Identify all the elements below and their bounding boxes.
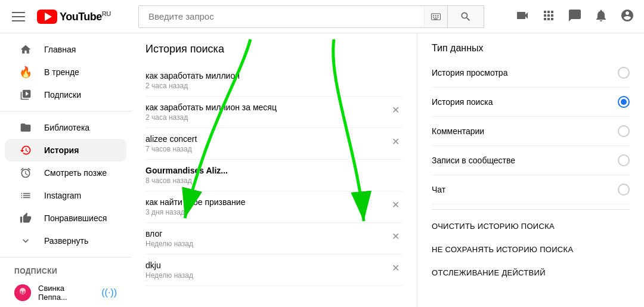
radio-button-selected[interactable] xyxy=(618,96,630,108)
svg-rect-1 xyxy=(433,15,434,16)
data-type-item-search[interactable]: История поиска xyxy=(432,88,630,117)
sidebar-item-subscriptions[interactable]: Подписки xyxy=(5,83,126,106)
chevron-down-icon xyxy=(19,234,32,247)
history-item-text: alizee concert xyxy=(145,134,197,144)
header-left: YouTubeRU xyxy=(10,10,129,24)
history-item-time: 7 часов назад xyxy=(145,145,197,153)
live-icon: ((·)) xyxy=(101,287,117,298)
search-button[interactable] xyxy=(448,5,484,28)
history-item-time: Неделю назад xyxy=(145,240,193,248)
list-icon xyxy=(19,189,32,202)
svg-rect-3 xyxy=(437,15,438,16)
hamburger-icon[interactable] xyxy=(10,10,27,24)
subscriptions-title: ПОДПИСКИ xyxy=(0,262,131,280)
sidebar-label: В тренде xyxy=(44,67,79,77)
right-panel: Тип данных История просмотра История пои… xyxy=(417,33,644,307)
yt-logo-text: YouTubeRU xyxy=(60,10,111,23)
avatar xyxy=(14,284,31,301)
svg-rect-2 xyxy=(435,15,436,16)
history-panel: История поиска как заработать миллион 2 … xyxy=(131,33,417,307)
data-type-item-watch[interactable]: История просмотра xyxy=(432,58,630,88)
history-panel-title: История поиска xyxy=(145,43,402,55)
history-item-time: Неделю назад xyxy=(145,271,193,280)
history-close-button[interactable]: ✕ xyxy=(388,197,402,212)
data-type-label: Чат xyxy=(432,185,445,194)
data-type-label: Комментарии xyxy=(432,126,484,136)
history-item-time: 2 часа назад xyxy=(145,82,240,90)
sidebar: Главная 🔥 В тренде Подписки Библиотека И… xyxy=(0,33,131,307)
history-close-button[interactable]: ✕ xyxy=(388,229,402,243)
clear-search-action[interactable]: ОЧИСТИТЬ ИСТОРИЮ ПОИСКА xyxy=(432,215,630,238)
messages-icon[interactable] xyxy=(568,8,582,24)
search-input[interactable] xyxy=(139,6,424,27)
header-actions xyxy=(515,8,634,24)
header: YouTubeRU xyxy=(0,0,644,33)
history-item-time: 8 часов назад xyxy=(145,176,228,185)
search-icon xyxy=(460,11,472,23)
sidebar-label: Главная xyxy=(44,45,76,54)
sidebar-item-instagram[interactable]: Instagram xyxy=(5,184,126,207)
search-bar xyxy=(138,5,448,28)
sidebar-label: Понравившиеся xyxy=(44,213,107,223)
yt-icon xyxy=(37,10,57,24)
youtube-logo[interactable]: YouTubeRU xyxy=(37,10,111,24)
history-close-button[interactable]: ✕ xyxy=(388,134,402,148)
sidebar-label: История xyxy=(44,145,79,155)
sidebar-sub-svinka[interactable]: Свинка Пеппа... ((·)) xyxy=(0,280,131,305)
apps-icon[interactable] xyxy=(541,8,556,24)
folder-icon xyxy=(19,121,32,134)
sidebar-item-trending[interactable]: 🔥 В тренде xyxy=(5,61,126,83)
history-item: как заработать миллион за месяц 2 часа н… xyxy=(145,97,402,128)
sidebar-item-home[interactable]: Главная xyxy=(5,38,126,61)
history-item: alizee concert 7 часов назад ✕ xyxy=(145,128,402,160)
upload-icon[interactable] xyxy=(515,8,530,24)
history-item-text: dkju xyxy=(145,261,193,270)
data-type-item-chat[interactable]: Чат xyxy=(432,175,630,204)
radio-button[interactable] xyxy=(618,154,630,166)
data-type-label: История поиска xyxy=(432,97,493,107)
bell-icon[interactable] xyxy=(594,8,608,24)
history-close-button[interactable]: ✕ xyxy=(388,261,402,275)
history-item: как заработать миллион 2 часа назад xyxy=(145,65,402,97)
sidebar-item-history[interactable]: История xyxy=(5,139,126,162)
main-area: История поиска как заработать миллион 2 … xyxy=(131,33,644,307)
data-type-item-comments[interactable]: Комментарии xyxy=(432,117,630,146)
history-item: dkju Неделю назад ✕ xyxy=(145,255,402,286)
sidebar-label: Подписки xyxy=(44,90,81,100)
subscriptions-icon xyxy=(19,88,32,101)
no-save-action[interactable]: НЕ СОХРАНЯТЬ ИСТОРИЮ ПОИСКА xyxy=(432,238,630,261)
radio-button[interactable] xyxy=(618,184,630,196)
clock-icon xyxy=(19,166,32,179)
sidebar-label: Смотреть позже xyxy=(44,168,107,178)
history-close-button[interactable]: ✕ xyxy=(388,103,402,117)
sidebar-item-liked[interactable]: Понравившиеся xyxy=(5,207,126,230)
tracking-action[interactable]: ОТСЛЕЖИВАНИЕ ДЕЙСТВИЙ xyxy=(432,261,630,284)
sidebar-item-library[interactable]: Библиотека xyxy=(5,116,126,139)
svg-rect-4 xyxy=(433,17,434,18)
svg-point-16 xyxy=(23,293,24,294)
history-item-text: как заработать миллион за месяц xyxy=(145,103,277,112)
sidebar-label: Библиотека xyxy=(44,123,89,132)
history-item-text: Gourmandises Aliz... xyxy=(145,166,228,175)
data-type-item-community[interactable]: Записи в сообществе xyxy=(432,146,630,175)
history-item: как найти свое призвание 3 дня назад ✕ xyxy=(145,191,402,223)
keyboard-icon[interactable] xyxy=(424,6,447,27)
account-icon[interactable] xyxy=(620,8,634,24)
thumb-icon xyxy=(19,212,32,225)
svg-rect-7 xyxy=(434,18,438,20)
radio-button[interactable] xyxy=(618,125,630,137)
sidebar-item-expand[interactable]: Развернуть xyxy=(5,230,126,252)
sidebar-item-watch-later[interactable]: Смотреть позже xyxy=(5,162,126,184)
history-item-text: как найти свое призвание xyxy=(145,197,245,207)
sidebar-divider xyxy=(0,111,131,111)
radio-button[interactable] xyxy=(618,67,630,79)
history-item-time: 3 дня назад xyxy=(145,208,245,216)
history-item-text: как заработать миллион xyxy=(145,71,240,80)
sidebar-divider xyxy=(0,257,131,258)
data-type-label: Записи в сообществе xyxy=(432,156,515,165)
history-item-time: 2 часа назад xyxy=(145,113,277,122)
history-item: Gourmandises Aliz... 8 часов назад xyxy=(145,160,402,191)
data-type-label: История просмотра xyxy=(432,68,507,77)
sidebar-label: Развернуть xyxy=(44,236,88,246)
sidebar-label: Instagram xyxy=(44,191,81,200)
